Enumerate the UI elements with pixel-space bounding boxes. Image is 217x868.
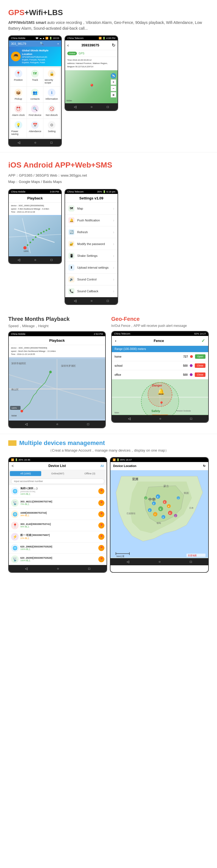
zoom-out-icon[interactable]: −	[111, 86, 116, 91]
grid-setting[interactable]: ⚙ Setting	[43, 119, 60, 137]
tab-online[interactable]: Online(997)	[42, 471, 73, 476]
app-line2: Map：Google Maps / Baidu Maps	[8, 179, 209, 185]
nav-home-icon[interactable]: ○	[34, 141, 36, 145]
grid-track[interactable]: 🗺 Track	[27, 68, 43, 86]
nav-home-s[interactable]: ○	[91, 299, 93, 303]
device-action-7[interactable]: 📍	[98, 556, 104, 562]
settings-item-shake[interactable]: 📳 Shake Settings ›	[65, 250, 118, 262]
playback3-header: Playback	[9, 336, 105, 345]
grid-pickup[interactable]: 📦 Pickup	[10, 87, 27, 102]
device-item-1[interactable]: 🌐 海府3 (深圳 ... ) [359339075796] 100% 栋上 📍	[9, 485, 106, 497]
nav-back-f[interactable]: ◁	[128, 417, 130, 421]
nav-back-dl[interactable]: ◁	[127, 560, 129, 564]
nav-home-p3[interactable]: ○	[56, 422, 58, 426]
nav-home-dl[interactable]: ○	[57, 567, 59, 570]
device-action-3[interactable]: 📍	[98, 511, 104, 517]
nav-recent-p3[interactable]: □	[87, 422, 89, 426]
refresh-circle-icon[interactable]: ↻	[112, 42, 115, 48]
fence-office-close-button[interactable]: Close	[195, 372, 206, 377]
nav-back-p3[interactable]: ◁	[25, 422, 28, 426]
nav-recent-f[interactable]: □	[190, 417, 192, 421]
asia-map-svg: 亚洲 蒙古 中华 韩国 日本 巴基斯坦 缅甸 5 3 2	[111, 470, 208, 558]
svg-text:2: 2	[149, 509, 150, 512]
device-item-7[interactable]: 📡 620_28290[3593390753528] 100% 栋上 📍	[9, 554, 106, 565]
grid-attendance[interactable]: 📅 Attendance	[27, 119, 43, 137]
device-action-1[interactable]: 📍	[98, 488, 104, 494]
nav-back-s[interactable]: ◁	[74, 299, 76, 303]
disturb-icon: 🚫	[48, 105, 56, 113]
nav-back-dl[interactable]: ◁	[25, 567, 28, 570]
fence-row-home[interactable]: home 727 Open	[112, 352, 208, 361]
gps-info-panel: Time 2018-10-09 03:26:12 address: Hainau…	[65, 57, 118, 70]
device-avatar-3: 🌐	[11, 510, 19, 518]
grid-power[interactable]: 💡 Power saving	[10, 119, 27, 137]
fence-back-icon[interactable]: ‹	[115, 339, 116, 343]
plus-icon[interactable]: +	[57, 42, 59, 45]
fence-row-office[interactable]: office 500 Close	[112, 370, 208, 379]
device-action-4[interactable]: 📍	[98, 522, 104, 528]
settings-item-sound[interactable]: 🔊 Sound Control ›	[65, 274, 118, 285]
fence-home-open-button[interactable]: Open	[195, 354, 206, 359]
nav-back-p[interactable]: ◁	[18, 258, 20, 262]
settings-status-bar: China Telecom 35% 🔋 6:19 pm	[65, 189, 118, 194]
tab-all[interactable]: All (1000)	[10, 471, 41, 476]
device-back-icon[interactable]: <	[11, 464, 14, 468]
tab-offline[interactable]: Offline (3)	[74, 471, 105, 476]
device-action-5[interactable]: 📍	[98, 534, 104, 540]
zoom-in-icon[interactable]: +	[111, 80, 116, 85]
back-arrow-icon[interactable]: ‹	[67, 43, 69, 48]
fence-school-dot	[190, 364, 192, 367]
nav-home-dl[interactable]: ○	[158, 560, 160, 564]
grid-position[interactable]: 📍 Position	[10, 68, 27, 86]
svg-text:巴基斯坦: 巴基斯坦	[127, 512, 135, 515]
nav-recent-icon[interactable]: □	[51, 141, 53, 145]
fence-school-close-button[interactable]: Close	[195, 363, 206, 368]
svg-text:Safety: Safety	[151, 409, 160, 412]
grid-information[interactable]: ℹ Information	[43, 87, 60, 102]
device-action-6[interactable]: 📍	[98, 545, 104, 551]
settings-item-password[interactable]: 🔐 Modify the password ›	[65, 238, 118, 250]
grid-contacts[interactable]: 👥 contacts	[27, 87, 43, 102]
nav-home-f[interactable]: ○	[159, 417, 161, 421]
svg-point-22	[21, 410, 23, 412]
grid-alarm[interactable]: ⏰ Alarm clock	[10, 103, 27, 119]
fence-home-dot	[190, 355, 193, 358]
device-item-4[interactable]: 📍 303_4143[3593390753741] 96% 栋上 📍	[9, 520, 106, 531]
nav-recent-icon2[interactable]: □	[107, 105, 109, 109]
settings-item-upload[interactable]: ⬆ Upload interval settings ›	[65, 262, 118, 274]
fence-row-school[interactable]: school 500 Close	[112, 361, 208, 370]
grid-find[interactable]: 🔍 Find device	[27, 103, 43, 119]
device-location-refresh-icon[interactable]: ↻	[203, 464, 206, 468]
grid-disturb[interactable]: 🚫 Not disturb	[43, 103, 60, 119]
device-item-6[interactable]: 🌐 620_29682[3593390753529] 100% 栋上 📍	[9, 542, 106, 554]
svg-text:100%: 100%	[11, 407, 17, 409]
device-location-phone: 📶 🔋 45% 16:47 Device Location ↻	[110, 457, 209, 573]
svg-text:📍: 📍	[159, 401, 164, 406]
device-list-all-link[interactable]: All	[100, 464, 104, 467]
grid-security[interactable]: 🔒 security scope	[43, 68, 60, 86]
fence-office-name: office	[115, 373, 175, 376]
nav-recent-p[interactable]: □	[51, 258, 53, 262]
settings-item-callback[interactable]: 📞 Sound Callback ›	[65, 285, 118, 297]
nav-recent-dl[interactable]: □	[88, 567, 90, 570]
nav-back-icon2[interactable]: ◁	[74, 105, 76, 109]
device-item-5[interactable]: ⚡ 筋一·坯浦 [359339075697] 22% 栋上 📍	[9, 531, 106, 542]
search-icon[interactable]: 🔍	[40, 42, 44, 45]
gps-icon[interactable]: 📡	[111, 73, 116, 79]
nav-recent-s[interactable]: □	[107, 299, 109, 303]
nav-back-icon[interactable]: ◁	[18, 141, 20, 145]
device-search-input[interactable]	[11, 478, 104, 484]
nav-home-p[interactable]: ○	[34, 258, 36, 262]
device-item-2[interactable]: 📡 303_46211[3593390753746] 75% 栋上 📍	[9, 497, 106, 509]
fence-check-icon[interactable]: ✓	[202, 338, 205, 343]
settings-item-map[interactable]: 🗺 Map ›	[65, 203, 118, 215]
target-icon[interactable]: ⊕	[111, 92, 116, 97]
device-item-3[interactable]: 🌐 4498[35939390753744] 38% 栋上 📍	[9, 509, 106, 520]
svg-text:6: 6	[169, 512, 170, 514]
nav-home-icon2[interactable]: ○	[91, 105, 93, 109]
settings-item-refresh[interactable]: 🔄 Refresh ›	[65, 226, 118, 238]
device-action-2[interactable]: 📍	[98, 500, 104, 506]
nav-recent-dl[interactable]: □	[190, 560, 192, 564]
playback-phone: China Mobile 3:09 PM Playback device：303…	[8, 189, 62, 264]
settings-item-push[interactable]: 🔔 Push Notification ›	[65, 215, 118, 226]
